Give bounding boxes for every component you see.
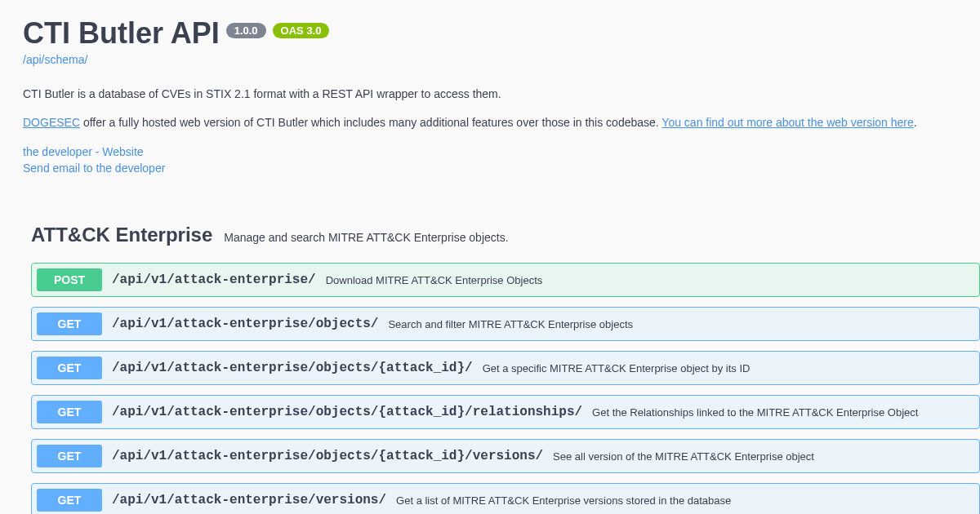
endpoint-path: /api/v1/attack-enterprise/ (112, 273, 316, 287)
schema-link[interactable]: /api/schema/ (23, 53, 87, 66)
section-header[interactable]: ATT&CK Enterprise Manage and search MITR… (31, 224, 980, 246)
endpoint-summary: Download MITRE ATT&CK Enterprise Objects (326, 274, 543, 286)
dogesec-link[interactable]: DOGESEC (23, 116, 80, 129)
endpoint-path: /api/v1/attack-enterprise/objects/{attac… (112, 449, 543, 463)
developer-email-link[interactable]: Send email to the developer (23, 161, 980, 177)
method-badge: POST (37, 268, 102, 291)
section-title: ATT&CK Enterprise (31, 224, 212, 246)
api-title: CTI Butler API (23, 16, 220, 51)
desc-text-middle: offer a fully hosted web version of CTI … (80, 116, 662, 129)
developer-website-link[interactable]: the developer - Website (23, 144, 980, 161)
description-detail: DOGESEC offer a fully hosted web version… (23, 114, 980, 131)
section-description: Manage and search MITRE ATT&CK Enterpris… (224, 231, 508, 244)
description-intro: CTI Butler is a database of CVEs in STIX… (23, 86, 980, 103)
endpoint-row[interactable]: GET/api/v1/attack-enterprise/objects/{at… (31, 439, 980, 473)
endpoint-row[interactable]: GET/api/v1/attack-enterprise/objects/Sea… (31, 307, 980, 341)
endpoint-row[interactable]: GET/api/v1/attack-enterprise/versions/Ge… (31, 483, 980, 514)
method-badge: GET (37, 401, 102, 423)
version-badge: 1.0.0 (226, 23, 266, 38)
method-badge: GET (37, 489, 102, 512)
endpoint-row[interactable]: POST/api/v1/attack-enterprise/Download M… (31, 263, 980, 297)
endpoint-summary: Get a list of MITRE ATT&CK Enterprise ve… (396, 494, 731, 507)
endpoint-path: /api/v1/attack-enterprise/objects/ (112, 317, 378, 331)
endpoint-summary: Get a specific MITRE ATT&CK Enterprise o… (483, 362, 751, 374)
web-version-link[interactable]: You can find out more about the web vers… (662, 116, 913, 129)
endpoint-row[interactable]: GET/api/v1/attack-enterprise/objects/{at… (31, 395, 980, 429)
endpoint-summary: Get the Relationships linked to the MITR… (592, 406, 918, 419)
method-badge: GET (37, 445, 102, 467)
endpoint-row[interactable]: GET/api/v1/attack-enterprise/objects/{at… (31, 351, 980, 385)
endpoint-path: /api/v1/attack-enterprise/versions/ (112, 493, 386, 507)
endpoint-summary: See all version of the MITRE ATT&CK Ente… (553, 450, 814, 463)
endpoint-path: /api/v1/attack-enterprise/objects/{attac… (112, 405, 582, 419)
endpoint-summary: Search and filter MITRE ATT&CK Enterpris… (388, 318, 633, 330)
method-badge: GET (37, 357, 102, 379)
endpoint-path: /api/v1/attack-enterprise/objects/{attac… (112, 361, 473, 375)
oas-badge: OAS 3.0 (273, 23, 330, 38)
method-badge: GET (37, 312, 102, 335)
desc-text-end: . (914, 116, 917, 129)
